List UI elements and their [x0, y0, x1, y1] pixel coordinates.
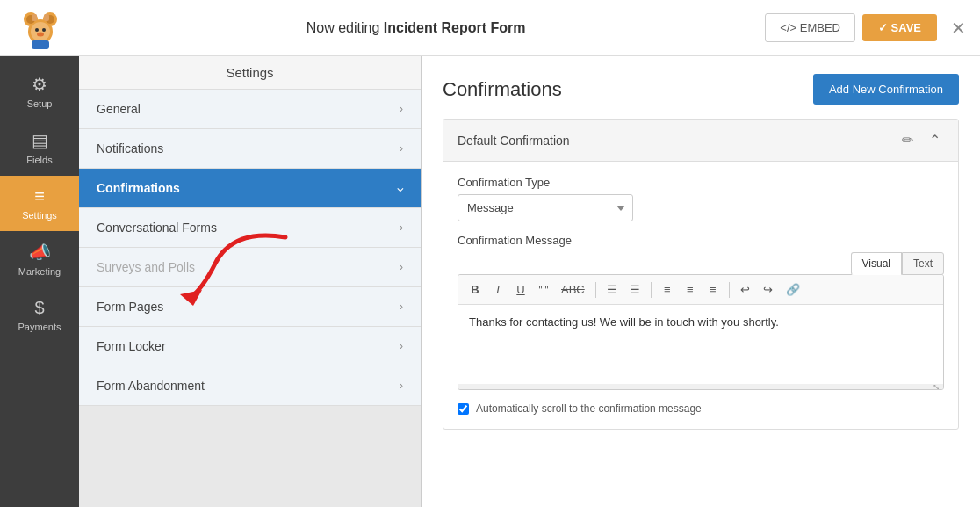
settings-item-form-abandonment-label: Form Abandonment	[97, 379, 205, 393]
topbar-actions: </> EMBED ✓ SAVE ✕	[765, 13, 966, 42]
settings-item-surveys[interactable]: Surveys and Polls ›	[79, 248, 421, 287]
align-center-button[interactable]: ≡	[681, 280, 700, 299]
settings-item-form-locker[interactable]: Form Locker ›	[79, 327, 421, 366]
align-left-button[interactable]: ≡	[658, 280, 677, 299]
chevron-right-icon: ›	[400, 301, 403, 313]
topbar: Now editing Incident Report Form </> EMB…	[0, 0, 980, 56]
svg-rect-9	[32, 14, 37, 21]
chevron-right-icon: ›	[400, 380, 403, 392]
settings-item-confirmations[interactable]: Confirmations ⌵	[79, 169, 421, 208]
add-new-confirmation-button[interactable]: Add New Confirmation	[813, 74, 959, 105]
chevron-down-icon: ⌵	[397, 182, 403, 194]
main-layout: ⚙ Setup ▤ Fields ≡ Settings 📣 Marketing …	[0, 56, 980, 507]
confirmations-title: Confirmations	[443, 78, 562, 101]
bold-button[interactable]: B	[465, 280, 485, 299]
visual-tab[interactable]: Visual	[851, 252, 902, 275]
confirmation-body: Confirmation Type Message Confirmation M…	[443, 162, 958, 429]
toolbar-separator	[595, 282, 596, 298]
align-right-button[interactable]: ≡	[703, 280, 723, 299]
settings-item-form-pages-label: Form Pages	[97, 300, 163, 314]
settings-panel: Settings General › Notifications › Confi…	[79, 56, 422, 507]
chevron-right-icon: ›	[400, 221, 403, 234]
settings-item-form-abandonment[interactable]: Form Abandonment ›	[79, 366, 421, 406]
svg-rect-11	[32, 40, 49, 49]
underline-button[interactable]: U	[511, 280, 530, 299]
close-button[interactable]: ✕	[951, 18, 966, 39]
settings-item-conversational-forms-label: Conversational Forms	[97, 221, 217, 235]
editor-container: B I U " " ABC ☰ ☰ ≡ ≡ ≡	[458, 274, 944, 390]
sidebar-item-setup-label: Setup	[27, 98, 53, 109]
confirmations-header: Confirmations Add New Confirmation	[443, 74, 959, 105]
chevron-right-icon: ›	[400, 103, 403, 115]
sidebar-nav: ⚙ Setup ▤ Fields ≡ Settings 📣 Marketing …	[0, 56, 79, 507]
auto-scroll-checkbox[interactable]	[458, 403, 469, 415]
settings-item-general-label: General	[97, 102, 141, 116]
sidebar-item-payments-label: Payments	[18, 322, 61, 332]
main-content: Confirmations Add New Confirmation Defau…	[422, 56, 980, 507]
auto-scroll-row: Automatically scroll to the confirmation…	[458, 402, 944, 415]
settings-item-surveys-label: Surveys and Polls	[97, 260, 195, 274]
redo-button[interactable]: ↪	[759, 280, 778, 299]
topbar-title: Now editing Incident Report Form	[67, 20, 765, 36]
settings-item-notifications-label: Notifications	[97, 141, 163, 156]
payments-icon: $	[34, 298, 44, 318]
settings-item-general[interactable]: General ›	[79, 90, 421, 129]
confirmation-type-group: Confirmation Type Message	[458, 176, 944, 221]
embed-button[interactable]: </> EMBED	[765, 13, 855, 42]
confirmation-type-label: Confirmation Type	[458, 176, 944, 189]
sidebar-item-settings[interactable]: ≡ Settings	[0, 176, 79, 231]
svg-point-6	[35, 28, 39, 32]
settings-item-conversational-forms[interactable]: Conversational Forms ›	[79, 208, 421, 248]
confirmation-box-actions: ✏ ⌃	[898, 130, 944, 150]
confirmation-message-group: Confirmation Message Visual Text B I U "…	[458, 234, 944, 390]
strikethrough-button[interactable]: ABC	[557, 280, 589, 299]
settings-header: Settings	[79, 56, 421, 90]
sidebar-item-fields[interactable]: ▤ Fields	[0, 120, 79, 176]
edit-confirmation-button[interactable]: ✏	[898, 130, 917, 150]
svg-point-8	[37, 32, 44, 36]
settings-list: General › Notifications › Confirmations …	[79, 90, 421, 507]
save-button[interactable]: ✓ SAVE	[862, 14, 937, 41]
confirmation-box-title: Default Confirmation	[458, 134, 570, 148]
toolbar-separator-3	[729, 282, 730, 298]
confirmation-box-header: Default Confirmation ✏ ⌃	[443, 120, 958, 162]
undo-button[interactable]: ↩	[736, 280, 755, 299]
chevron-right-icon: ›	[400, 261, 403, 273]
setup-icon: ⚙	[32, 74, 47, 95]
quote-button[interactable]: " "	[534, 282, 553, 298]
text-tab[interactable]: Text	[902, 252, 944, 275]
ordered-list-button[interactable]: ☰	[625, 280, 645, 299]
default-confirmation-box: Default Confirmation ✏ ⌃ Confirmation Ty…	[443, 119, 959, 430]
settings-item-confirmations-label: Confirmations	[97, 181, 180, 195]
sidebar-item-setup[interactable]: ⚙ Setup	[0, 63, 79, 120]
resize-icon: ⤡	[933, 382, 940, 391]
settings-item-form-locker-label: Form Locker	[97, 339, 166, 353]
auto-scroll-label: Automatically scroll to the confirmation…	[476, 402, 702, 415]
editor-tab-bar: Visual Text	[458, 252, 944, 275]
svg-point-5	[31, 22, 50, 41]
italic-button[interactable]: I	[488, 280, 508, 299]
sidebar-item-marketing-label: Marketing	[18, 266, 61, 277]
editor-resize-handle[interactable]: ⤡	[458, 384, 943, 389]
svg-point-7	[42, 28, 46, 32]
svg-rect-10	[44, 14, 49, 21]
unordered-list-button[interactable]: ☰	[602, 280, 622, 299]
settings-item-form-pages[interactable]: Form Pages ›	[79, 287, 421, 327]
sidebar-item-marketing[interactable]: 📣 Marketing	[0, 231, 79, 287]
editor-body[interactable]: Thanks for contacting us! We will be in …	[458, 305, 943, 384]
chevron-right-icon: ›	[400, 142, 403, 155]
chevron-right-icon: ›	[400, 340, 403, 352]
fields-icon: ▤	[32, 130, 48, 151]
settings-item-notifications[interactable]: Notifications ›	[79, 129, 421, 169]
link-button[interactable]: 🔗	[782, 280, 804, 299]
collapse-confirmation-button[interactable]: ⌃	[926, 130, 944, 150]
sidebar-item-settings-label: Settings	[22, 210, 57, 221]
sidebar-item-payments[interactable]: $ Payments	[0, 287, 79, 343]
confirmation-message-label: Confirmation Message	[458, 234, 944, 247]
settings-icon: ≡	[34, 186, 45, 206]
confirmation-type-select[interactable]: Message	[458, 194, 633, 221]
sidebar-item-fields-label: Fields	[26, 155, 52, 165]
editor-toolbar: B I U " " ABC ☰ ☰ ≡ ≡ ≡	[458, 275, 943, 305]
app-logo	[14, 2, 67, 54]
toolbar-separator-2	[651, 282, 652, 298]
